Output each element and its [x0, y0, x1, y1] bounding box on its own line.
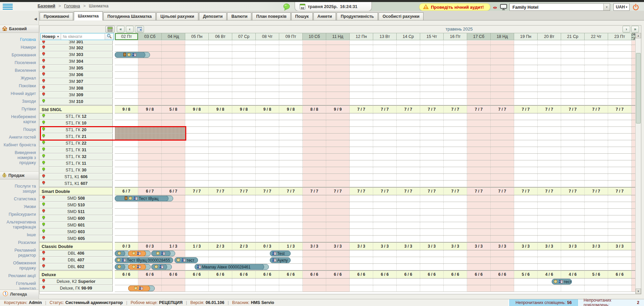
day-cell[interactable] — [420, 72, 444, 79]
day-cell[interactable] — [279, 181, 303, 187]
date-column-header[interactable]: 22 Чт — [585, 33, 608, 40]
day-cell[interactable] — [608, 134, 632, 140]
day-cell-partial[interactable] — [632, 140, 635, 147]
day-cell[interactable] — [162, 140, 185, 147]
day-cell[interactable] — [467, 167, 491, 174]
day-cell[interactable] — [232, 222, 256, 229]
day-cell[interactable] — [538, 202, 561, 209]
day-cell[interactable] — [491, 85, 514, 92]
room-label[interactable]: Deluxe, ГК98-99 — [40, 285, 113, 292]
day-cell[interactable] — [585, 147, 608, 154]
day-cell[interactable] — [138, 222, 162, 229]
day-cell[interactable] — [561, 79, 585, 85]
day-cell[interactable] — [373, 134, 397, 140]
day-cell[interactable] — [444, 215, 467, 222]
day-cell[interactable] — [303, 154, 326, 160]
day-cell[interactable] — [279, 195, 303, 202]
day-cell[interactable] — [162, 45, 185, 52]
sidebar-item[interactable]: Нічний аудит — [1, 91, 36, 96]
day-cell[interactable] — [303, 215, 326, 222]
day-cell[interactable] — [209, 181, 232, 187]
day-cell[interactable] — [256, 147, 279, 154]
day-cell[interactable] — [162, 79, 185, 85]
date-column-header[interactable]: 17 Сб — [467, 33, 491, 40]
day-cell[interactable] — [397, 278, 420, 285]
day-cell[interactable] — [209, 154, 232, 160]
day-cell[interactable] — [538, 250, 561, 257]
day-cell[interactable] — [326, 127, 350, 134]
day-cell[interactable] — [608, 257, 632, 264]
room-group-label[interactable]: Deluxe — [40, 270, 113, 278]
day-cell[interactable] — [256, 222, 279, 229]
day-cell[interactable] — [397, 236, 420, 242]
day-cell[interactable] — [373, 79, 397, 85]
day-cell[interactable] — [303, 167, 326, 174]
day-cell[interactable] — [279, 41, 303, 45]
day-cell[interactable] — [420, 99, 444, 105]
day-cell[interactable] — [444, 120, 467, 127]
sidebar-item[interactable]: Виселення — [1, 68, 36, 73]
day-cell[interactable] — [397, 58, 420, 65]
day-cell[interactable] — [279, 65, 303, 72]
date-column-header[interactable]: 04 Нд — [162, 33, 185, 40]
day-cell[interactable] — [467, 140, 491, 147]
day-cell[interactable] — [420, 45, 444, 52]
day-cell-partial[interactable] — [632, 181, 635, 187]
day-cell[interactable] — [138, 140, 162, 147]
day-cell[interactable] — [232, 127, 256, 134]
day-cell[interactable] — [209, 257, 232, 264]
day-cell[interactable] — [373, 65, 397, 72]
day-cell[interactable] — [185, 65, 209, 72]
day-cell-partial[interactable] — [632, 72, 635, 79]
day-cell[interactable] — [162, 58, 185, 65]
day-cell[interactable] — [514, 209, 538, 215]
day-cell[interactable] — [397, 215, 420, 222]
room-group-label[interactable]: Std SNGL — [40, 105, 113, 113]
day-cell[interactable] — [350, 72, 373, 79]
day-cell[interactable] — [232, 120, 256, 127]
day-cell[interactable] — [209, 209, 232, 215]
day-cell-partial[interactable] — [632, 113, 635, 120]
day-cell[interactable] — [209, 134, 232, 140]
day-cell[interactable] — [162, 92, 185, 99]
day-cell[interactable] — [491, 236, 514, 242]
day-cell[interactable] — [232, 99, 256, 105]
day-cell[interactable] — [185, 215, 209, 222]
day-cell[interactable] — [397, 134, 420, 140]
day-cell[interactable] — [467, 92, 491, 99]
day-cell-partial[interactable] — [632, 215, 635, 222]
day-cell[interactable] — [138, 278, 162, 285]
day-cell[interactable] — [397, 209, 420, 215]
day-cell[interactable] — [138, 41, 162, 45]
day-cell[interactable] — [209, 215, 232, 222]
day-cell[interactable] — [326, 202, 350, 209]
day-cell[interactable] — [185, 222, 209, 229]
day-cell[interactable] — [138, 92, 162, 99]
day-cell[interactable] — [232, 134, 256, 140]
tab-5[interactable]: Депозити — [199, 12, 227, 20]
day-cell-partial[interactable] — [632, 236, 635, 242]
day-cell[interactable] — [303, 45, 326, 52]
day-cell[interactable] — [561, 236, 585, 242]
day-cell[interactable] — [162, 174, 185, 181]
day-cell[interactable] — [561, 65, 585, 72]
day-cell[interactable] — [491, 52, 514, 58]
day-cell[interactable] — [420, 120, 444, 127]
day-cell[interactable] — [185, 209, 209, 215]
day-cell[interactable] — [420, 147, 444, 154]
day-cell[interactable] — [561, 250, 585, 257]
day-cell[interactable] — [373, 140, 397, 147]
day-cell[interactable] — [326, 215, 350, 222]
day-cell[interactable] — [608, 41, 632, 45]
day-cell[interactable] — [420, 140, 444, 147]
day-cell[interactable] — [608, 154, 632, 160]
room-label[interactable]: ST1, ГК22 — [40, 140, 113, 147]
day-cell[interactable] — [279, 215, 303, 222]
day-cell[interactable] — [115, 147, 138, 154]
day-cell[interactable] — [303, 202, 326, 209]
day-cell[interactable] — [491, 120, 514, 127]
day-cell[interactable] — [491, 229, 514, 236]
day-cell[interactable] — [373, 99, 397, 105]
day-cell-partial[interactable] — [632, 167, 635, 174]
date-column-header[interactable]: 08 Чт — [256, 33, 279, 40]
